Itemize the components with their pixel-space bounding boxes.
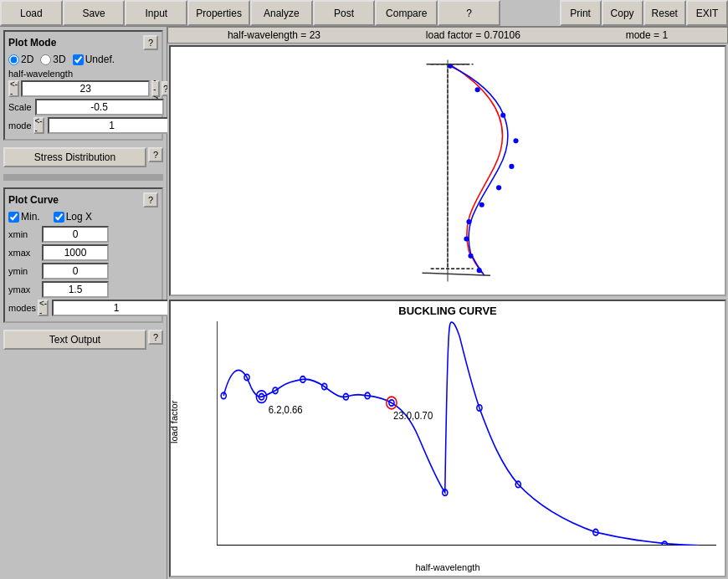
xmax-row: xmax (8, 244, 158, 261)
svg-point-5 (496, 185, 501, 190)
stress-dist-btn[interactable]: Stress Distribution (3, 147, 146, 167)
mode-label: mode (8, 120, 32, 131)
svg-point-6 (479, 202, 484, 208)
svg-point-9 (468, 254, 473, 259)
logx-checkbox-label[interactable]: Log X (54, 211, 92, 223)
text-output-help[interactable]: ? (148, 330, 163, 345)
mode-input[interactable] (48, 117, 177, 134)
dimension-radio-group: 2D 3D Undef. (8, 54, 158, 65)
plot-mode-section: Plot Mode ? 2D 3D Undef. half-wavelength (3, 30, 163, 141)
chart-title: BUCKLING CURVE (171, 301, 725, 317)
xmax-label: xmax (8, 248, 42, 258)
svg-point-8 (464, 236, 469, 241)
load-button[interactable]: Load (0, 0, 63, 26)
panel-divider (3, 174, 163, 181)
reset-button[interactable]: Reset (643, 0, 686, 26)
chart-container: BUCKLING CURVE load factor 1.5 (169, 300, 726, 577)
svg-point-2 (500, 113, 505, 118)
text-output-btn[interactable]: Text Output (3, 330, 146, 350)
xmin-input[interactable] (42, 226, 109, 243)
plot-curve-section: Plot Curve ? Min. Log X xmin xmax (3, 187, 163, 323)
plot-curve-help[interactable]: ? (143, 192, 158, 208)
svg-line-12 (422, 273, 490, 275)
ymax-row: ymax (8, 281, 158, 298)
x-axis-label: half-wavelength (415, 562, 479, 572)
xmin-label: xmin (8, 229, 42, 239)
post-button[interactable]: Post (313, 0, 376, 26)
half-wavelength-next-btn[interactable]: --> (151, 80, 160, 97)
toolbar: Load Save Input Properties Analyze Post … (0, 0, 728, 27)
svg-point-7 (466, 219, 471, 224)
mode-prev-btn[interactable]: <-- (33, 117, 44, 134)
min-checkbox-label[interactable]: Min. (8, 211, 40, 223)
svg-point-10 (477, 268, 482, 273)
plot-mode-help[interactable]: ? (143, 35, 158, 50)
svg-point-1 (475, 87, 480, 92)
svg-point-3 (513, 138, 518, 143)
modes-stepper: modes <-- --> ? (8, 300, 158, 316)
exit-button[interactable]: EXIT (686, 0, 728, 26)
ymax-input[interactable] (42, 281, 109, 298)
svg-text:6.2,0.66: 6.2,0.66 (269, 403, 303, 416)
main-content: Plot Mode ? 2D 3D Undef. half-wavelength (0, 27, 728, 579)
radio-2d-label[interactable]: 2D (8, 54, 33, 65)
scale-label: Scale (8, 102, 32, 112)
half-wavelength-input[interactable] (21, 80, 150, 97)
ymin-input[interactable] (42, 263, 109, 279)
mode-row: mode <-- --> ? (8, 117, 158, 134)
radio-3d-label[interactable]: 3D (40, 54, 65, 65)
compare-button[interactable]: Compare (375, 0, 438, 26)
help-button[interactable]: ? (438, 0, 500, 26)
mode-shape-svg (171, 47, 725, 295)
ymax-label: ymax (8, 284, 42, 295)
top-plot-canvas (169, 45, 726, 296)
plot-info-bar: half-wavelength = 23 load factor = 0.701… (167, 27, 728, 44)
copy-button[interactable]: Copy (602, 0, 643, 26)
scale-input[interactable] (35, 99, 164, 115)
svg-text:23.0,0.70: 23.0,0.70 (393, 409, 433, 422)
plot-curve-title: Plot Curve (8, 194, 59, 206)
info-mode: mode = 1 (626, 29, 668, 41)
undef-checkbox-label[interactable]: Undef. (73, 54, 115, 65)
stress-dist-help[interactable]: ? (148, 147, 163, 162)
half-wavelength-prev-btn[interactable]: <-- (8, 80, 19, 97)
chart-svg: 1.5 1 0.5 0 10 10² 10³ (217, 321, 716, 546)
ymin-row: ymin (8, 263, 158, 279)
analyze-button[interactable]: Analyze (250, 0, 313, 26)
stress-dist-row: Stress Distribution ? (3, 147, 163, 167)
y-axis-label: load factor (169, 401, 179, 443)
xmax-input[interactable] (42, 244, 109, 261)
half-wavelength-stepper: <-- --> ? (8, 80, 158, 97)
plot-curve-header: Plot Curve ? (8, 192, 158, 208)
info-load-factor: load factor = 0.70106 (426, 29, 520, 41)
modes-input[interactable] (52, 300, 181, 316)
text-output-row: Text Output ? (3, 330, 163, 350)
logx-checkbox[interactable] (54, 212, 64, 223)
info-half-wavelength: half-wavelength = 23 (228, 29, 320, 41)
min-checkbox[interactable] (8, 212, 19, 223)
plot-mode-title: Plot Mode (8, 37, 56, 49)
chart-panel: BUCKLING CURVE load factor 1.5 (169, 300, 726, 577)
xmin-row: xmin (8, 226, 158, 243)
scale-row: Scale (8, 99, 158, 115)
plot-mode-header: Plot Mode ? (8, 35, 158, 50)
left-panel: Plot Mode ? 2D 3D Undef. half-wavelength (0, 27, 167, 579)
save-button[interactable]: Save (63, 0, 126, 26)
radio-3d[interactable] (40, 54, 51, 65)
modes-prev-btn[interactable]: <-- (38, 300, 49, 316)
modes-label: modes (8, 303, 36, 313)
radio-2d[interactable] (8, 54, 19, 65)
right-panel: half-wavelength = 23 load factor = 0.701… (167, 27, 728, 579)
undef-checkbox[interactable] (73, 54, 84, 65)
input-button[interactable]: Input (125, 0, 187, 26)
properties-button[interactable]: Properties (187, 0, 250, 26)
ymin-label: ymin (8, 266, 42, 276)
half-wavelength-label: half-wavelength (8, 69, 158, 79)
svg-point-4 (509, 164, 514, 169)
curve-options-row: Min. Log X (8, 211, 158, 223)
print-button[interactable]: Print (560, 0, 602, 26)
